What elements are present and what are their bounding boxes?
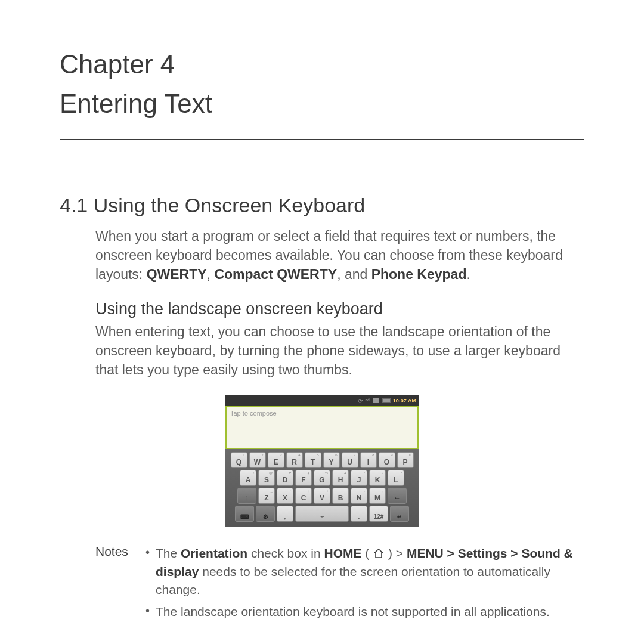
phone-screenshot: ⟳ ³ᴳ 10:07 AM Tap to compose Q1W2E3R4T5Y… (225, 395, 419, 527)
key-K: K? (369, 470, 386, 486)
signal-3g-icon: ³ᴳ (365, 398, 370, 404)
key-R: R4 (286, 452, 303, 468)
key-L: L/ (388, 470, 404, 486)
onscreen-keyboard: Q1W2E3R4T5Y6U7I8O9P0 A!S@D#F$G%H&J*K?L/ … (225, 449, 419, 526)
chapter-heading: Chapter 4 Entering Text (60, 45, 584, 140)
key-D: D# (277, 470, 293, 486)
key-E: E3 (268, 452, 284, 468)
key-I: I8 (360, 452, 377, 468)
note-item-2: The landscape orientation keyboard is no… (145, 603, 584, 620)
notes-list: The Orientation check box in HOME ( ) > … (145, 544, 584, 625)
key-T: T5 (305, 452, 321, 468)
key-Y: Y6 (323, 452, 340, 468)
key-.: . (351, 506, 367, 522)
key-X: X" (277, 488, 293, 504)
key-⌣: ⌣ (295, 506, 349, 522)
notes-label: Notes (95, 544, 137, 625)
key-C: C; (295, 488, 312, 504)
key-12#: 12# (369, 506, 388, 522)
signal-bars-icon (373, 398, 379, 403)
key-V: V: (314, 488, 330, 504)
key-B: B' (332, 488, 349, 504)
section-intro: When you start a program or select a fie… (95, 227, 584, 284)
key-↑: ↑ (237, 488, 256, 504)
key-P: P0 (397, 452, 414, 468)
key-⌨: ⌨ (235, 506, 254, 522)
compose-textarea: Tap to compose (225, 406, 419, 449)
home-icon (373, 546, 385, 563)
key-O: O9 (379, 452, 395, 468)
battery-icon (382, 398, 391, 403)
key-Q: Q1 (231, 452, 247, 468)
notes-block: Notes The Orientation check box in HOME … (95, 544, 584, 625)
key-G: G% (314, 470, 330, 486)
key-W: W2 (249, 452, 266, 468)
key-H: H& (332, 470, 349, 486)
subsection-body: When entering text, you can choose to us… (95, 322, 584, 380)
subsection-heading: Using the landscape onscreen keyboard (95, 300, 584, 318)
key-F: F$ (295, 470, 312, 486)
key-N: N. (351, 488, 367, 504)
key-←: ← (388, 488, 407, 504)
key-Z: Z_ (258, 488, 275, 504)
key-S: S@ (258, 470, 275, 486)
key-M: M, (369, 488, 386, 504)
section-heading: 4.1 Using the Onscreen Keyboard (60, 194, 584, 217)
chapter-title-text: Entering Text (60, 89, 212, 118)
key-↵: ↵ (390, 506, 409, 522)
chapter-number: Chapter 4 (60, 49, 175, 79)
key-J: J* (351, 470, 367, 486)
status-bar: ⟳ ³ᴳ 10:07 AM (225, 395, 419, 406)
key-U: U7 (342, 452, 358, 468)
key-,: , (277, 506, 293, 522)
key-A: A! (240, 470, 256, 486)
note-item-1: The Orientation check box in HOME ( ) > … (145, 544, 584, 598)
keyboard-figure: ⟳ ³ᴳ 10:07 AM Tap to compose Q1W2E3R4T5Y… (60, 395, 584, 527)
status-time: 10:07 AM (393, 398, 416, 404)
sync-icon: ⟳ (358, 398, 363, 404)
key-⚙: ⚙ (256, 506, 275, 522)
